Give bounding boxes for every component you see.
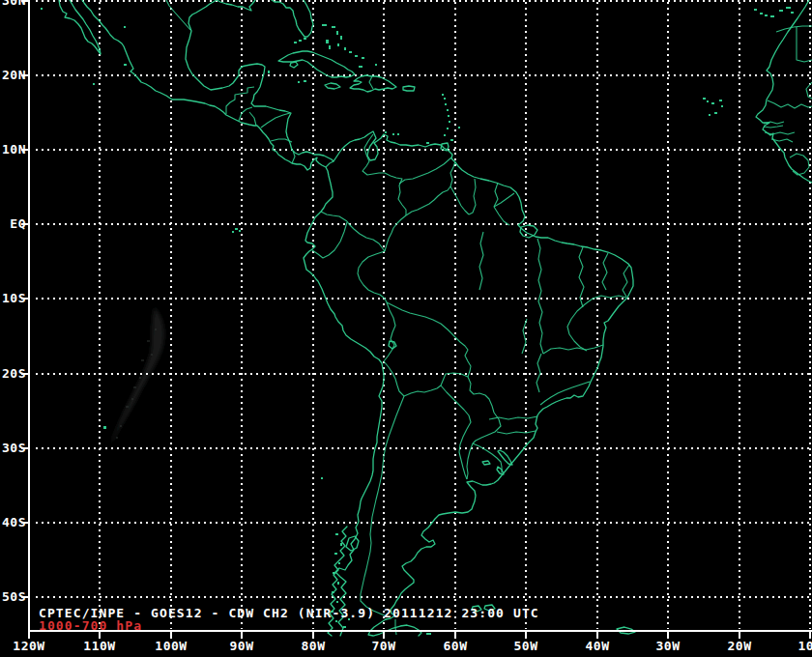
lat-label-10n: 10N xyxy=(0,143,26,157)
lat-label-10s: 10S xyxy=(0,292,26,305)
orinoco-river xyxy=(399,157,451,184)
lat-label-40s: 40S xyxy=(0,516,26,529)
lat-label-20s: 20S xyxy=(0,367,26,381)
border-venezuela-brazil xyxy=(406,186,450,215)
pressure-layer-label: 1000-700 hPa xyxy=(39,618,142,633)
lon-label-70w: 70W xyxy=(362,640,405,653)
lon-label-20w: 20W xyxy=(718,640,761,653)
border-mexico-guatemala xyxy=(226,87,254,114)
border-haiti-dr xyxy=(369,76,373,89)
border-venezuela-colombia xyxy=(362,134,406,215)
satellite-image-viewport: 30N 20N 10N EQ 10S 20S 30S 40S 50S 120W … xyxy=(0,0,812,657)
lat-label-eq: EQ xyxy=(0,217,26,231)
lon-label-50w: 50W xyxy=(505,640,547,653)
lat-label-20n: 20N xyxy=(0,69,26,82)
border-argentina-chile xyxy=(361,396,404,616)
border-brazil-bolivia xyxy=(387,302,471,377)
lon-label-120w: 120W xyxy=(8,640,50,653)
satellite-map xyxy=(0,0,812,657)
americas-atlantic-coastline xyxy=(186,0,633,619)
lat-label-30s: 30S xyxy=(0,442,26,455)
cape-verde-islands xyxy=(703,98,723,116)
island-specks xyxy=(41,8,460,479)
lon-label-40w: 40W xyxy=(576,640,619,653)
border-us-mexico xyxy=(166,0,190,30)
hispaniola-coastline xyxy=(350,75,396,92)
border-peru-brazil xyxy=(358,251,387,302)
lon-label-60w: 60W xyxy=(434,640,477,653)
lat-label-50s: 50S xyxy=(0,590,26,604)
grid-layer xyxy=(36,1,812,629)
canary-islands xyxy=(754,7,794,17)
baja-california-coastline xyxy=(59,0,101,54)
borders-layer xyxy=(166,0,812,635)
parana-river xyxy=(459,429,467,479)
lon-label-90w: 90W xyxy=(220,640,263,653)
lon-label-80w: 80W xyxy=(292,640,334,653)
axis-frame xyxy=(21,0,812,639)
lat-label-30n: 30N xyxy=(0,0,26,8)
border-argentina-brazil xyxy=(473,413,501,443)
lon-label-10w: 10W xyxy=(789,640,812,653)
clouds-layer xyxy=(110,307,164,446)
lon-label-110w: 110W xyxy=(78,640,121,653)
florida-coastline xyxy=(272,0,313,37)
senegal-river-border xyxy=(768,100,812,108)
lon-label-100w: 100W xyxy=(150,640,192,653)
americas-pacific-coastline xyxy=(82,0,384,636)
lon-label-30w: 30W xyxy=(647,640,689,653)
